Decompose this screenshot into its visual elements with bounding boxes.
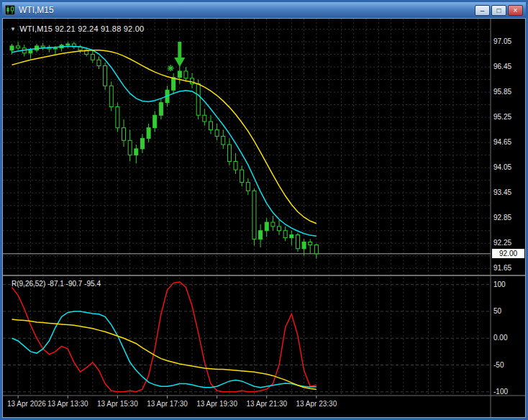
ma-fast-line [12, 47, 317, 237]
close-button[interactable]: × [508, 5, 523, 16]
time-axis-label: 13 Apr 23:30 [288, 400, 345, 408]
candle-body [203, 115, 206, 122]
price-axis-label: 95.85 [493, 88, 525, 96]
current-price-tag: 92.00 [492, 249, 524, 258]
indicator-axis-label: 0.00 [493, 334, 525, 342]
candle-body [109, 86, 113, 106]
indicator-axis-label: 100 [493, 280, 525, 289]
price-axis-label: 92.25 [493, 239, 525, 247]
price-axis-label: 94.65 [493, 138, 525, 147]
titlebar[interactable]: WTI,M15 – □ × [2, 2, 526, 18]
candle-body [147, 128, 150, 139]
chart-client-area: ▼WTI,M15 92.21 92.24 91.88 92.00 R(9,26,… [3, 19, 525, 417]
ma-overlays [12, 47, 317, 237]
candle-body [29, 50, 32, 53]
candle-body [172, 78, 176, 91]
minimize-button[interactable]: – [475, 5, 490, 16]
candle-body [17, 46, 20, 48]
candle-body [209, 122, 212, 130]
candle-body [53, 48, 57, 49]
candle-body [252, 191, 256, 239]
symbol-ohlc-text: WTI,M15 92.21 92.24 91.88 92.00 [19, 24, 144, 33]
candle-body [122, 128, 126, 141]
candle-body [283, 231, 287, 238]
price-axis-label: 95.25 [493, 113, 525, 122]
candle-body [184, 71, 188, 78]
candle-body [227, 145, 231, 161]
candle-body [271, 222, 275, 227]
indicator-label: R(9,26,52) -87.1 -90.7 -95.4 [12, 280, 101, 288]
chart-canvas[interactable] [3, 19, 525, 417]
candle-body [153, 115, 157, 128]
candle-body [66, 44, 70, 45]
candle-body [41, 46, 45, 47]
grid [3, 19, 491, 396]
candle-body [259, 231, 263, 239]
window-controls: – □ × [475, 5, 523, 16]
time-axis-label: 13 Apr 13:30 [39, 400, 96, 408]
time-axis-label: 13 Apr 15:30 [88, 400, 146, 408]
time-axis-label: 13 Apr 19:30 [188, 400, 246, 408]
candle-body [97, 60, 101, 65]
candle-body [265, 222, 268, 231]
indicator-axis-label: 50 [493, 307, 525, 316]
candle-body [278, 227, 281, 231]
candle-body [196, 83, 200, 115]
candle-body [159, 103, 163, 116]
ma-slow-line [12, 50, 317, 224]
indicator-axis-label: -100 [493, 388, 525, 396]
chart-window: WTI,M15 – □ × ▼WTI,M15 92.21 92.24 91.88… [0, 0, 528, 420]
maximize-button[interactable]: □ [491, 5, 506, 16]
candles [10, 42, 318, 259]
time-axis-label: 13 Apr 21:30 [238, 400, 296, 408]
candle-body [215, 130, 219, 137]
candle-body [290, 235, 293, 238]
price-axis-label: 91.65 [493, 264, 525, 273]
candle-body [178, 71, 181, 78]
candle-body [296, 235, 299, 249]
chart-icon [5, 5, 15, 15]
candle-body [246, 183, 250, 191]
window-title: WTI,M15 [19, 5, 54, 15]
symbol-ohlc-label: ▼WTI,M15 92.21 92.24 91.88 92.00 [10, 24, 144, 33]
candle-body [128, 140, 132, 155]
candle-body [240, 170, 244, 183]
price-axis-label: 94.05 [493, 163, 525, 172]
oscillator-lines [12, 282, 317, 392]
candle-body [314, 245, 318, 254]
candle-body [140, 138, 144, 149]
candle-body [10, 46, 14, 50]
pane-separator[interactable] [3, 275, 525, 276]
price-axis-label: 97.05 [493, 37, 525, 46]
candle-body [104, 65, 107, 86]
candle-body [222, 136, 225, 145]
time-axis-label: 13 Apr 17:30 [139, 400, 196, 408]
price-axis-label: 92.85 [493, 214, 525, 222]
r-slow-line [12, 319, 317, 389]
candle-body [116, 107, 119, 128]
price-axis-label: 96.45 [493, 63, 525, 71]
chart-dropdown-icon[interactable]: ▼ [10, 26, 16, 32]
candle-body [91, 55, 94, 60]
indicator-axis-label: -50 [493, 361, 525, 370]
candle-body [309, 242, 312, 245]
candle-body [302, 242, 306, 248]
candle-body [135, 149, 138, 155]
candle-body [234, 161, 237, 170]
price-axis-label: 93.45 [493, 188, 525, 197]
